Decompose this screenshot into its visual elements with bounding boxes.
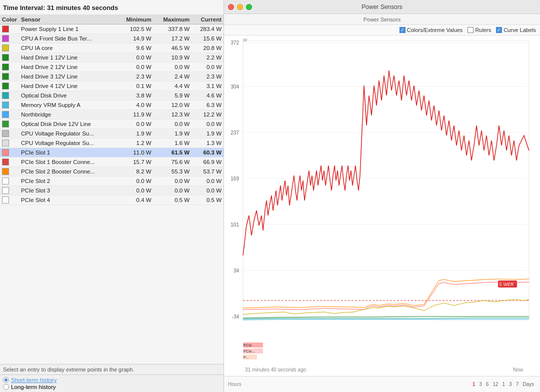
color-swatch	[2, 44, 9, 52]
status-bar: Select an entry to display extreme point…	[0, 364, 224, 374]
sensor-name-cell: PCIe Slot 3	[19, 186, 116, 196]
sensor-color-cell	[0, 82, 19, 91]
color-swatch	[2, 158, 9, 166]
table-row[interactable]: Hard Drive 1 12V Line0.0 W10.9 W2.2 W	[0, 53, 224, 62]
table-row[interactable]: Optical Disk Drive3.8 W5.9 W4.6 W	[0, 91, 224, 100]
sensor-max-cell: 5.9 W	[154, 91, 192, 100]
sensor-color-cell	[0, 196, 19, 205]
y-label-169: 169	[230, 176, 239, 182]
table-row[interactable]: Power Supply 1 Line 1102.5 W337.8 W283.4…	[0, 24, 224, 34]
table-row[interactable]: CPU Voltage Regulator Su...1.2 W1.6 W1.3…	[0, 138, 224, 148]
sensor-color-cell	[0, 186, 19, 196]
time-interval: Time Interval: 31 minutes 40 seconds	[0, 0, 224, 15]
color-swatch	[2, 64, 9, 70]
sensor-color-cell	[0, 24, 19, 34]
sensor-current-cell: 6.3 W	[192, 100, 224, 110]
rulers-checkbox[interactable]: Rulers	[468, 27, 491, 33]
table-row[interactable]: PCIe Slot 40.4 W0.5 W0.5 W	[0, 196, 224, 205]
sensor-max-cell: 46.5 W	[154, 44, 192, 53]
tooltip-text: S WER	[499, 282, 514, 287]
table-row[interactable]: PCIe Slot 20.0 W0.0 W0.0 W	[0, 176, 224, 186]
pcie-label-2: PCIe...	[244, 349, 255, 354]
sensor-table-wrapper: Color Sensor Minimum Maximum Current Pow…	[0, 15, 224, 364]
long-term-label[interactable]: Long-term history	[11, 384, 56, 390]
sensor-color-cell	[0, 120, 19, 129]
table-row[interactable]: Memory VRM Supply A4.0 W12.0 W6.3 W	[0, 100, 224, 110]
sensor-current-cell: 0.5 W	[192, 196, 224, 205]
window-buttons	[228, 4, 252, 10]
table-row[interactable]: Northbridge11.9 W12.3 W12.2 W	[0, 110, 224, 120]
sensor-color-cell	[0, 53, 19, 62]
sensor-max-cell: 75.6 W	[154, 158, 192, 167]
sensor-max-cell: 0.0 W	[154, 186, 192, 196]
sensor-name-cell: Hard Drive 1 12V Line	[19, 53, 116, 62]
right-panel: Power Sensors Power Sensors Colors/Extre…	[224, 0, 540, 392]
y-label-304: 304	[230, 84, 239, 90]
left-panel: Time Interval: 31 minutes 40 seconds Col…	[0, 0, 224, 392]
sensor-max-cell: 12.0 W	[154, 100, 192, 110]
sensor-current-cell: 0.0 W	[192, 62, 224, 72]
table-row[interactable]: CPU Voltage Regulator Su...1.9 W1.9 W1.9…	[0, 129, 224, 138]
curve-labels-checkbox[interactable]: Curve Labels	[496, 27, 536, 33]
table-row[interactable]: Optical Disk Drive 12V Line0.0 W0.0 W0.0…	[0, 120, 224, 129]
short-term-label[interactable]: Short-term history	[11, 377, 56, 383]
color-swatch	[2, 196, 9, 204]
sensor-current-cell: 0.0 W	[192, 176, 224, 186]
rulers-box[interactable]	[468, 27, 474, 33]
sensor-min-cell: 14.9 W	[116, 34, 153, 44]
table-row[interactable]: PCIe Slot 111.0 W61.5 W60.3 W	[0, 148, 224, 158]
sensor-color-cell	[0, 72, 19, 82]
table-row[interactable]: CPU IA core9.6 W46.5 W20.8 W	[0, 44, 224, 53]
minimize-button[interactable]	[237, 4, 243, 10]
y-label-237: 237	[230, 130, 239, 136]
short-term-radio[interactable]	[3, 377, 9, 383]
maximize-button[interactable]	[246, 4, 252, 10]
colors-extreme-values-checkbox[interactable]: Colors/Extreme Values	[400, 27, 463, 33]
sensor-min-cell: 4.0 W	[116, 100, 153, 110]
long-term-radio-row[interactable]: Long-term history	[3, 384, 220, 390]
table-row[interactable]: Hard Drive 4 12V Line0.1 W4.4 W3.1 W	[0, 82, 224, 91]
colors-extreme-values-box[interactable]	[400, 27, 406, 33]
table-row[interactable]: PCIe Slot 2 Booster Conne...8.2 W55.3 W5…	[0, 167, 224, 176]
sensor-min-cell: 11.0 W	[116, 148, 153, 158]
color-swatch	[2, 140, 9, 146]
color-swatch	[2, 120, 9, 128]
sensor-name-cell: Northbridge	[19, 110, 116, 120]
time-tick-3d: 3	[507, 382, 514, 387]
panel-subtitle: Power Sensors	[364, 16, 401, 22]
table-row[interactable]: Hard Drive 2 12V Line0.0 W0.0 W0.0 W	[0, 62, 224, 72]
sensor-color-cell	[0, 167, 19, 176]
col-sensor: Sensor	[19, 15, 116, 24]
close-button[interactable]	[228, 4, 234, 10]
sensor-max-cell: 0.5 W	[154, 196, 192, 205]
sensor-name-cell: Hard Drive 3 12V Line	[19, 72, 116, 82]
curve-labels-box[interactable]	[496, 27, 502, 33]
color-swatch	[2, 187, 9, 194]
time-tick-12: 12	[490, 382, 500, 387]
sensor-current-cell: 0.0 W	[192, 120, 224, 129]
short-term-radio-row[interactable]: Short-term history	[3, 377, 220, 383]
sensor-name-cell: PCIe Slot 4	[19, 196, 116, 205]
controls-bar: Colors/Extreme Values Rulers Curve Label…	[224, 25, 540, 36]
sensor-current-cell: 20.8 W	[192, 44, 224, 53]
time-tick-days: Days	[520, 382, 536, 387]
panel-title-bar: Power Sensors	[224, 14, 540, 25]
sensor-name-cell: PCIe Slot 2 Booster Conne...	[19, 167, 116, 176]
pcie-label-3: P...	[244, 355, 248, 360]
sensor-min-cell: 8.2 W	[116, 167, 153, 176]
sensor-min-cell: 102.5 W	[116, 24, 153, 34]
time-tick-1d: 1	[500, 382, 508, 387]
y-label-neg34: -34	[232, 314, 240, 320]
long-term-radio[interactable]	[3, 384, 9, 390]
sensor-min-cell: 0.1 W	[116, 82, 153, 91]
table-row[interactable]: PCIe Slot 1 Booster Conne...15.7 W75.6 W…	[0, 158, 224, 167]
table-row[interactable]: Hard Drive 3 12V Line2.3 W2.4 W2.3 W	[0, 72, 224, 82]
table-row[interactable]: PCIe Slot 30.0 W0.0 W0.0 W	[0, 186, 224, 196]
table-row[interactable]: CPU A Front Side Bus Ter...14.9 W17.2 W1…	[0, 34, 224, 44]
color-swatch	[2, 73, 9, 80]
time-axis-hours-label: Hours	[228, 382, 242, 387]
y-label-101: 101	[230, 222, 239, 228]
sensor-tbody: Power Supply 1 Line 1102.5 W337.8 W283.4…	[0, 24, 224, 205]
sensor-name-cell: Hard Drive 4 12V Line	[19, 82, 116, 91]
y-label-34: 34	[234, 268, 240, 274]
